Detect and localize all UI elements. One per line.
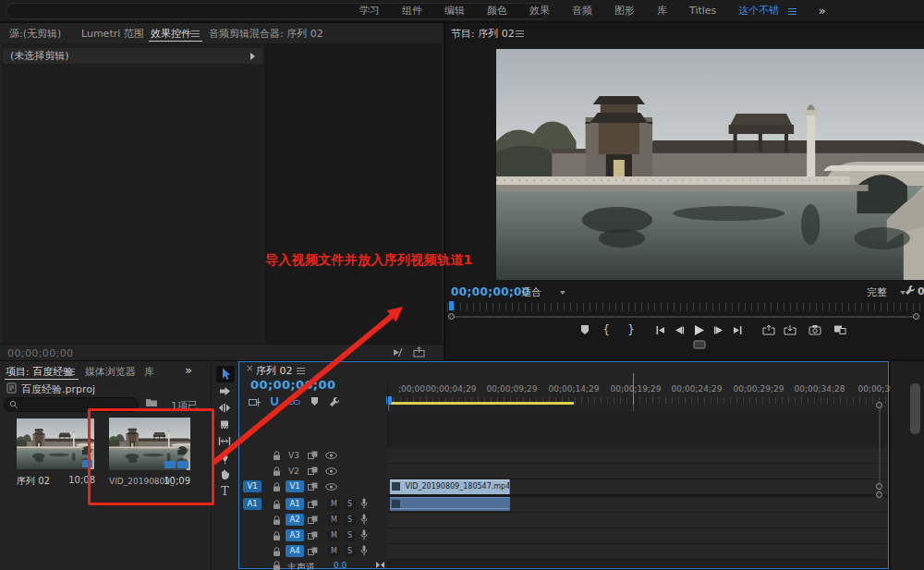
- synclock-icon-a4[interactable]: [308, 547, 318, 556]
- track-target-a4[interactable]: A4: [286, 545, 304, 557]
- effect-controls-menu-icon[interactable]: [191, 30, 200, 37]
- program-timecode[interactable]: 00;00;00;00: [451, 285, 530, 298]
- fit-bowtie-icon[interactable]: [375, 561, 385, 569]
- zoom-level-select[interactable]: 适合: [521, 285, 565, 299]
- video-clip-v1[interactable]: VID_20190809_180547.mp4 [V]: [390, 479, 510, 494]
- snap-toggle-icon[interactable]: [269, 396, 280, 407]
- playback-quality-select[interactable]: 完整: [867, 285, 906, 299]
- solo-button-a4[interactable]: S: [344, 546, 356, 557]
- razor-tool[interactable]: [219, 419, 230, 431]
- timeline-settings-wrench-icon[interactable]: [329, 396, 340, 407]
- go-to-out-button[interactable]: [732, 325, 743, 335]
- lock-icon-v3[interactable]: [273, 451, 281, 461]
- step-forward-button[interactable]: [713, 325, 723, 335]
- track-label-v2[interactable]: V2: [288, 467, 299, 476]
- program-scroll-handle-right[interactable]: [913, 313, 919, 320]
- workspace-tab-learning[interactable]: 学习: [359, 4, 380, 18]
- tab-audio-clip-mixer[interactable]: 音频剪辑混合器: 序列 02: [209, 27, 323, 41]
- track-output-eye-icon-v1[interactable]: [325, 483, 337, 491]
- synclock-icon-v3[interactable]: [308, 451, 318, 460]
- export-frame-button[interactable]: [808, 324, 821, 335]
- mark-out-button[interactable]: }: [623, 323, 639, 336]
- comparison-view-button[interactable]: [833, 324, 846, 335]
- lock-icon-master[interactable]: [273, 561, 281, 570]
- track-output-eye-icon-v3[interactable]: [325, 452, 337, 459]
- track-target-a1[interactable]: A1: [286, 498, 304, 510]
- solo-button-a3[interactable]: S: [344, 530, 356, 541]
- project-overflow-button[interactable]: »: [185, 363, 192, 377]
- lock-icon-a4[interactable]: [273, 547, 281, 557]
- lane-a2[interactable]: [387, 513, 888, 528]
- workspace-tab-active[interactable]: 这个不错: [738, 5, 779, 17]
- track-target-a3[interactable]: A3: [286, 529, 304, 541]
- timeline-add-marker-icon[interactable]: [310, 396, 319, 406]
- project-filename[interactable]: 百度经验.prproj: [21, 382, 95, 396]
- lock-icon-v2[interactable]: [273, 467, 281, 477]
- master-track-label[interactable]: 主声道: [287, 561, 315, 570]
- selection-tool[interactable]: [216, 366, 235, 382]
- program-zoom-scrollbar[interactable]: [454, 316, 916, 318]
- tab-source-monitor[interactable]: 源:(无剪辑): [9, 27, 61, 41]
- timeline-timecode[interactable]: 00;00;00;00: [250, 378, 335, 392]
- synclock-icon-a3[interactable]: [308, 531, 318, 540]
- timeline-menu-icon[interactable]: [297, 368, 305, 374]
- expand-right-icon[interactable]: [250, 53, 255, 60]
- workspace-tab-editing[interactable]: 编辑: [444, 4, 465, 18]
- workspace-tab-effects[interactable]: 效果: [529, 4, 550, 18]
- project-item-sequence[interactable]: [17, 418, 94, 469]
- audio-clip-a1[interactable]: [390, 497, 510, 511]
- add-marker-button[interactable]: [580, 324, 590, 335]
- play-button[interactable]: [693, 324, 705, 336]
- vscroll-handle-extra[interactable]: [876, 491, 882, 498]
- ripple-edit-tool[interactable]: [218, 403, 231, 413]
- workspace-tab-color[interactable]: 颜色: [487, 4, 507, 18]
- button-editor-icon[interactable]: [693, 340, 706, 349]
- lift-button[interactable]: [762, 324, 775, 335]
- mic-icon-a1[interactable]: [360, 498, 368, 510]
- synclock-icon-v2[interactable]: [308, 467, 318, 476]
- track-target-v1[interactable]: V1: [286, 480, 304, 492]
- hand-tool[interactable]: [219, 468, 231, 480]
- track-output-eye-icon-v2[interactable]: [325, 467, 337, 475]
- pen-tool[interactable]: [220, 452, 230, 465]
- sequence-item-label[interactable]: 序列 02: [17, 475, 50, 488]
- workspace-tab-titles[interactable]: Titles: [689, 5, 716, 17]
- lane-v2[interactable]: [387, 464, 888, 479]
- track-label-v3[interactable]: V3: [288, 451, 299, 460]
- workspace-overflow-button[interactable]: »: [819, 4, 826, 18]
- tab-lumetri-scopes[interactable]: Lumetri 范围: [81, 27, 144, 41]
- workspace-tab-audio[interactable]: 音频: [572, 4, 592, 18]
- lane-a4[interactable]: [387, 544, 888, 559]
- synclock-icon-a1[interactable]: [308, 500, 318, 509]
- program-scroll-handle-left[interactable]: [448, 313, 455, 320]
- lock-icon-a2[interactable]: [273, 515, 281, 526]
- new-bin-folder-icon[interactable]: [145, 397, 158, 407]
- sliver-scrollbar-thumb[interactable]: [910, 383, 920, 434]
- type-tool[interactable]: T: [221, 484, 229, 498]
- program-mini-ruler[interactable]: [447, 303, 922, 311]
- timeline-close-icon[interactable]: ×: [246, 363, 253, 373]
- insert-overwrite-nest-icon[interactable]: [249, 397, 261, 407]
- program-menu-icon[interactable]: [516, 30, 524, 37]
- slip-tool[interactable]: [218, 436, 231, 446]
- program-monitor-title[interactable]: 节目: 序列 02: [451, 27, 515, 41]
- workspace-tab-graphics[interactable]: 图形: [614, 4, 635, 18]
- timeline-vscrollbar[interactable]: [879, 407, 881, 492]
- workspace-menu-icon[interactable]: [788, 8, 796, 15]
- vscroll-handle-top[interactable]: [876, 402, 882, 408]
- workspace-tab-libraries[interactable]: 库: [657, 4, 667, 18]
- mic-icon-a3[interactable]: [360, 529, 368, 541]
- tab-media-browser[interactable]: 媒体浏览器: [85, 365, 136, 379]
- mute-button-a4[interactable]: M: [328, 546, 340, 557]
- track-select-tool[interactable]: [219, 386, 231, 396]
- timeline-tab[interactable]: 序列 02: [256, 364, 293, 378]
- lock-icon-a3[interactable]: [273, 531, 281, 541]
- play-around-icon[interactable]: [393, 347, 404, 358]
- linked-selection-icon[interactable]: [287, 398, 300, 406]
- mute-button-a3[interactable]: M: [328, 530, 340, 541]
- mute-button-a2[interactable]: M: [328, 515, 340, 526]
- project-menu-icon[interactable]: [67, 369, 75, 375]
- source-patch-v1[interactable]: V1: [243, 480, 261, 492]
- lane-a3[interactable]: [387, 528, 888, 543]
- lock-icon-a1[interactable]: [273, 500, 281, 510]
